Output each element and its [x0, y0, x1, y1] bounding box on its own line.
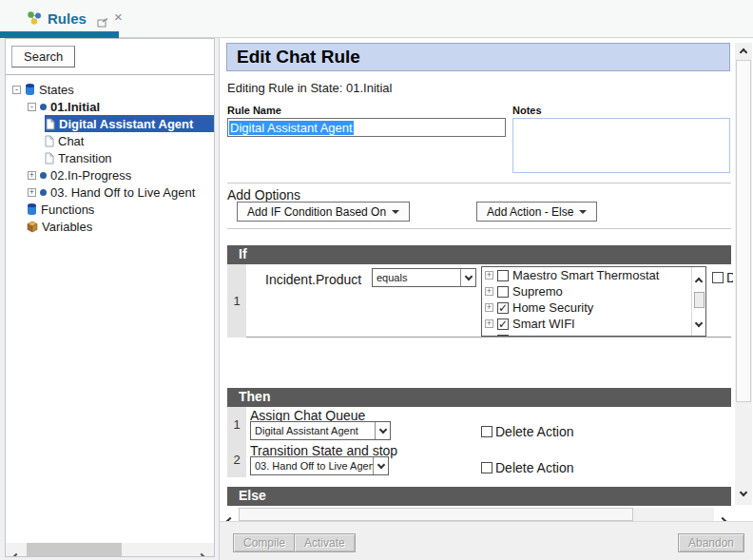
scrollbar-thumb[interactable] [736, 60, 751, 402]
rule-name-input[interactable]: Digital Assistant Agent [227, 118, 506, 137]
product-label: Maestro Smart Thermostat [512, 268, 659, 282]
notes-textarea[interactable] [512, 118, 730, 173]
abandon-button[interactable]: Abandon [678, 533, 744, 552]
collapse-icon[interactable]: - [28, 103, 36, 111]
footer-bar: Compile Activate Abandon [220, 521, 753, 560]
product-label: Home Security [512, 300, 593, 315]
sidebar-item-01-initial[interactable]: - 01.Initial [6, 98, 214, 115]
transition-state-select[interactable]: 03. Hand Off to Live Agent [250, 456, 389, 475]
search-button[interactable]: Search [11, 46, 75, 68]
tab-title: Rules [48, 10, 87, 27]
popout-icon[interactable] [97, 14, 108, 31]
delete-action-control[interactable]: Delete Action [481, 460, 574, 475]
selected-input-text: Digital Assistant Agent [229, 121, 354, 135]
chevron-down-icon [460, 269, 475, 286]
delete-action-label: Delete Action [495, 424, 574, 439]
product-checkbox[interactable] [497, 319, 509, 330]
expand-icon[interactable]: + [485, 287, 493, 296]
add-if-condition-button[interactable]: Add IF Condition Based On [237, 202, 410, 222]
tree-label: States [39, 83, 74, 97]
rules-icon [27, 10, 42, 29]
sidebar-horizontal-scrollbar[interactable] [6, 543, 214, 556]
chevron-down-icon [373, 457, 388, 474]
compile-button[interactable]: Compile [233, 533, 296, 552]
rule-page-icon [46, 118, 55, 130]
product-item[interactable]: + Smart WIFI [482, 316, 705, 332]
tab-strip: Rules × [0, 0, 753, 38]
scroll-up-icon[interactable] [696, 271, 702, 288]
product-item[interactable]: + Home Security [482, 299, 705, 316]
product-list[interactable]: + Maestro Smart Thermostat + Supremo + H… [481, 266, 706, 337]
product-label: Smart WIFI [512, 317, 575, 331]
sidebar-item-variables[interactable]: Variables [6, 218, 214, 235]
dropdown-arrow-icon [392, 210, 399, 214]
variables-cube-icon [27, 221, 38, 233]
active-tab-underline [0, 31, 119, 38]
product-checkbox[interactable] [497, 286, 509, 298]
condition-field-label: Incident.Product [265, 272, 361, 287]
scrollbar-thumb[interactable] [694, 292, 705, 308]
selected-tree-row: Digital Assistant Agent [45, 115, 214, 132]
state-bullet-icon [40, 104, 47, 110]
scroll-down-icon[interactable] [735, 486, 752, 501]
tree-label: 01.Initial [50, 100, 100, 114]
expand-icon[interactable]: + [485, 336, 493, 337]
tree-label: Digital Assistant Agent [59, 117, 193, 131]
scroll-left-icon[interactable] [13, 547, 19, 557]
delete-condition-label: Delete Condition [726, 270, 733, 285]
chat-queue-select[interactable]: Digital Assistant Agent [250, 421, 391, 440]
sidebar-item-02-in-progress[interactable]: + 02.In-Progress [6, 166, 214, 183]
operator-select[interactable]: equals [372, 268, 476, 287]
product-item[interactable]: + Maestro Smart Thermostat [482, 267, 705, 283]
expand-icon[interactable]: + [485, 303, 493, 312]
sidebar-item-states[interactable]: - States [6, 81, 214, 98]
add-action-else-button[interactable]: Add Action - Else [476, 202, 597, 222]
scroll-right-icon[interactable] [199, 547, 204, 557]
expand-icon[interactable]: + [28, 188, 36, 197]
delete-action-control[interactable]: Delete Action [481, 424, 574, 439]
close-icon[interactable]: × [114, 9, 123, 25]
scrollbar-thumb[interactable] [239, 508, 633, 521]
rules-sidebar: Search - States - 01.Initial Digital Ass… [5, 38, 215, 557]
scroll-down-icon[interactable] [696, 313, 702, 330]
product-label: Smart Lighting [512, 333, 592, 337]
tree-label: Transition [58, 151, 112, 165]
then-section-header: Then [227, 388, 731, 407]
expand-icon[interactable]: + [28, 171, 36, 180]
product-checkbox[interactable] [497, 270, 509, 281]
main-vertical-scrollbar[interactable] [735, 43, 752, 505]
product-checkbox[interactable] [497, 302, 509, 314]
scrollbar-thumb[interactable] [27, 543, 122, 556]
delete-action-checkbox[interactable] [481, 426, 492, 437]
product-list-scrollbar[interactable] [691, 267, 705, 336]
sidebar-item-chat[interactable]: Chat [6, 132, 214, 149]
main-horizontal-scrollbar[interactable] [227, 508, 731, 521]
rule-page-icon [45, 135, 54, 147]
delete-action-checkbox[interactable] [481, 462, 492, 473]
product-item[interactable]: + Smart Lighting [482, 332, 705, 337]
delete-condition-checkbox[interactable] [712, 272, 724, 283]
if-section-header: If [227, 245, 731, 264]
rule-page-icon [45, 152, 54, 164]
sidebar-item-digital-assistant-agent[interactable]: Digital Assistant Agent [6, 115, 214, 132]
delete-action-label: Delete Action [495, 460, 574, 475]
sidebar-item-functions[interactable]: Functions [6, 201, 214, 218]
action-row-number: 1 [227, 407, 246, 442]
expand-icon[interactable]: + [485, 319, 493, 328]
action-row-number: 2 [227, 442, 246, 477]
scroll-up-icon[interactable] [735, 43, 752, 58]
state-bullet-icon [40, 172, 47, 179]
product-label: Supremo [512, 284, 563, 299]
editing-state-line: Editing Rule in State: 01.Initial [227, 81, 392, 95]
collapse-icon[interactable]: - [12, 86, 21, 94]
expand-icon[interactable]: + [485, 271, 493, 280]
activate-button[interactable]: Activate [294, 533, 356, 552]
states-database-icon [25, 83, 35, 96]
product-checkbox[interactable] [497, 335, 509, 338]
rule-name-label: Rule Name [227, 105, 281, 116]
section-divider [227, 228, 731, 229]
product-item[interactable]: + Supremo [482, 283, 705, 299]
sidebar-item-transition[interactable]: Transition [6, 149, 214, 166]
delete-condition-control[interactable]: Delete Condition [712, 270, 733, 285]
sidebar-item-03-hand-off-to-live-agent[interactable]: + 03. Hand Off to Live Agent [6, 183, 214, 201]
